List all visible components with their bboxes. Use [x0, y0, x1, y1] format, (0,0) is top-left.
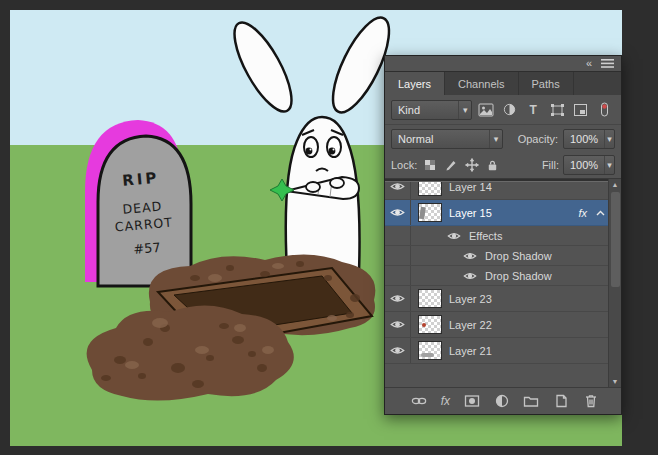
opacity-label: Opacity: [518, 133, 558, 145]
eye-icon [390, 345, 405, 356]
eye-icon [390, 207, 405, 218]
layer-name: Layer 21 [449, 345, 608, 357]
layer-thumbnail[interactable] [418, 203, 442, 222]
fill-label: Fill: [542, 159, 559, 171]
effect-row[interactable]: Drop Shadow [385, 246, 608, 266]
layer-list-scrollbar[interactable]: ▲ ▼ [608, 179, 621, 387]
effect-visibility-toggle[interactable] [461, 271, 479, 281]
lock-all-icon[interactable] [484, 157, 501, 174]
fill-dropdown[interactable]: 100% ▾ [563, 155, 615, 175]
effects-visibility-toggle[interactable] [445, 231, 463, 241]
layer-row[interactable]: Layer 23 [385, 286, 608, 312]
link-layers-icon[interactable] [411, 393, 427, 409]
collapse-effects-icon[interactable] [592, 200, 608, 225]
layer-row-selected[interactable]: Layer 15 fx [385, 200, 608, 226]
layer-style-button[interactable]: fx [441, 394, 450, 408]
layer-name: Layer 22 [449, 319, 608, 331]
lock-pixels-icon[interactable] [442, 157, 459, 174]
blend-mode-value: Normal [392, 133, 489, 145]
add-adjustment-button[interactable] [494, 393, 510, 409]
rabbit-eye-left [304, 137, 318, 157]
panel-menu-icon[interactable] [601, 59, 614, 68]
panel-tabs: Layers Channels Paths [385, 71, 621, 95]
smart-object-filter-icon[interactable] [570, 100, 591, 120]
layer-thumbnail[interactable] [418, 182, 442, 196]
effect-visibility-toggle[interactable] [461, 251, 479, 261]
adjustment-layer-filter-icon[interactable] [499, 100, 520, 120]
filter-row: Kind ▾ T [385, 95, 621, 125]
filtering-toggle-icon[interactable] [594, 100, 615, 120]
pixel-layer-filter-icon[interactable] [475, 100, 496, 120]
eye-column-spacer [385, 266, 411, 285]
dropdown-arrow-icon: ▾ [489, 130, 502, 148]
lock-label: Lock: [391, 159, 417, 171]
delete-layer-button[interactable] [583, 393, 599, 409]
effects-label: Effects [469, 230, 502, 242]
tab-channels[interactable]: Channels [445, 72, 518, 95]
eye-icon [447, 231, 461, 241]
scroll-up-icon[interactable]: ▲ [612, 179, 619, 190]
effect-label: Drop Shadow [485, 250, 552, 262]
kind-filter-label: Kind [392, 104, 458, 116]
visibility-toggle[interactable] [385, 338, 411, 363]
eye-column-spacer [385, 246, 411, 265]
layer-thumbnail[interactable] [418, 341, 442, 360]
scroll-down-icon[interactable]: ▼ [612, 376, 619, 387]
new-layer-button[interactable] [553, 393, 569, 409]
dropdown-arrow-icon: ▾ [604, 130, 614, 148]
lock-row: Lock: Fill: 100% ▾ [385, 152, 621, 179]
visibility-toggle[interactable] [385, 182, 411, 199]
tab-paths[interactable]: Paths [519, 72, 574, 95]
tab-layers[interactable]: Layers [385, 72, 445, 95]
layer-name: Layer 23 [449, 293, 608, 305]
eye-icon [463, 251, 477, 261]
eye-icon [463, 271, 477, 281]
opacity-value: 100% [564, 133, 604, 145]
kind-filter-dropdown[interactable]: Kind ▾ [391, 100, 472, 120]
layer-row[interactable]: Layer 22 [385, 312, 608, 338]
dropdown-arrow-icon: ▾ [604, 156, 614, 174]
fill-value: 100% [564, 159, 604, 171]
new-group-button[interactable] [523, 393, 539, 409]
blend-row: Normal ▾ Opacity: 100% ▾ [385, 125, 621, 152]
layer-thumbnail[interactable] [418, 289, 442, 308]
layers-panel: « Layers Channels Paths Kind ▾ T [384, 55, 622, 415]
thumbnail-content [422, 323, 426, 327]
eye-icon [390, 182, 405, 192]
layer-name: Layer 14 [449, 182, 608, 193]
eye-icon [390, 293, 405, 304]
layer-name: Layer 15 [449, 207, 578, 219]
lock-transparency-icon[interactable] [421, 157, 438, 174]
blend-mode-dropdown[interactable]: Normal ▾ [391, 129, 503, 149]
visibility-toggle[interactable] [385, 200, 411, 225]
epitaph-line-1: RIP [122, 169, 161, 190]
layer-thumbnail[interactable] [418, 315, 442, 334]
thumbnail-content [421, 353, 434, 357]
layer-row-clipped: Layer 14 [385, 182, 608, 200]
layer-row[interactable]: Layer 14 [385, 182, 608, 200]
scrollbar-thumb[interactable] [611, 192, 620, 287]
dropdown-arrow-icon: ▾ [458, 101, 471, 119]
epitaph-line-4: #57 [133, 240, 162, 257]
effect-row[interactable]: Drop Shadow [385, 266, 608, 286]
eye-column-spacer [385, 226, 411, 245]
lock-position-icon[interactable] [463, 157, 480, 174]
opacity-dropdown[interactable]: 100% ▾ [563, 129, 615, 149]
type-layer-filter-icon[interactable]: T [523, 100, 544, 120]
thumbnail-content [419, 207, 426, 220]
eye-icon [390, 319, 405, 330]
fx-badge: fx [578, 207, 587, 219]
layer-list: Layer 14 Layer 15 fx [385, 179, 621, 387]
collapse-panel-icon[interactable]: « [586, 58, 592, 69]
shape-layer-filter-icon[interactable] [547, 100, 568, 120]
effects-row[interactable]: Effects [385, 226, 608, 246]
visibility-toggle[interactable] [385, 286, 411, 311]
effect-label: Drop Shadow [485, 270, 552, 282]
rabbit-eye-right [327, 137, 341, 157]
visibility-toggle[interactable] [385, 312, 411, 337]
panel-bottom-bar: fx [385, 387, 621, 414]
panel-header: « [385, 56, 621, 71]
rabbit-paw-left [306, 182, 320, 192]
layer-row[interactable]: Layer 21 [385, 338, 608, 364]
add-mask-button[interactable] [464, 393, 480, 409]
